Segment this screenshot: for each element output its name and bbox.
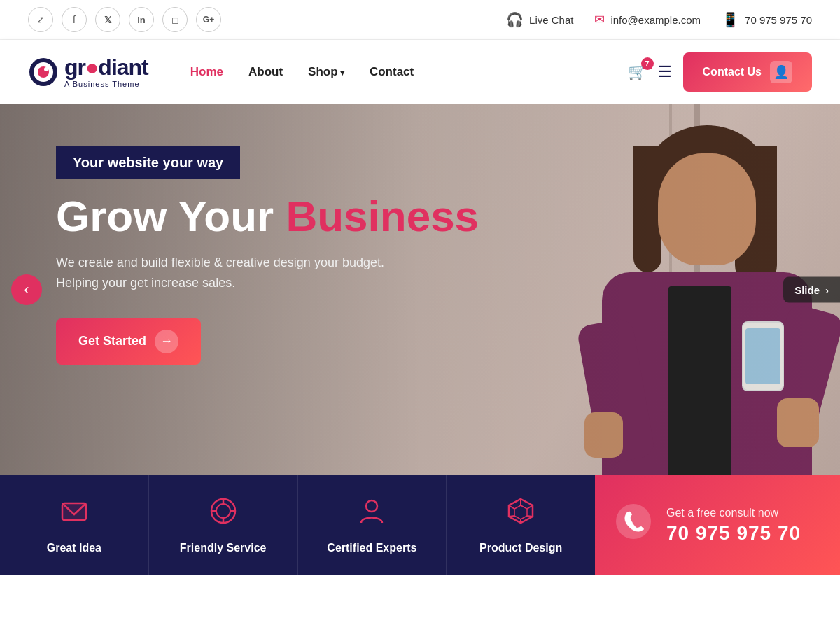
hero-content: Your website your way Grow Your Business… — [0, 104, 840, 475]
logo-tagline: A Business Theme — [64, 80, 148, 88]
get-started-button[interactable]: Get Started → — [56, 318, 201, 365]
hero-headline-red: Business — [286, 192, 479, 240]
hero-headline: Grow Your Business — [56, 193, 784, 239]
nav-actions: 🛒 7 ☰ Contact Us 👤 — [628, 52, 812, 92]
get-started-label: Get Started — [78, 334, 146, 349]
certified-experts-label: Certified Experts — [327, 542, 416, 554]
cart-icon[interactable]: 🛒 7 — [628, 63, 647, 81]
hero-tag: Your website your way — [56, 146, 240, 179]
phone-number: 70 975 975 70 — [745, 14, 812, 26]
hamburger-icon[interactable]: ☰ — [658, 63, 672, 81]
great-idea-icon — [59, 496, 89, 532]
svg-point-3 — [44, 67, 48, 71]
nav-home[interactable]: Home — [190, 65, 223, 79]
email-icon: ✉ — [594, 12, 605, 27]
svg-line-17 — [527, 516, 533, 517]
svg-point-21 — [616, 504, 651, 539]
email-item[interactable]: ✉ info@example.com — [594, 12, 701, 27]
slide-arrow-icon: › — [825, 284, 829, 296]
top-bar-right: 🎧 Live Chat ✉ info@example.com 📱 70 975 … — [506, 11, 812, 28]
consult-cta[interactable]: Get a free consult now 70 975 975 70 — [595, 475, 840, 575]
hero-section: Your website your way Grow Your Business… — [0, 104, 840, 475]
social-icons: ⤢ f 𝕏 in ◻ G+ — [28, 7, 221, 32]
arrow-right-icon: → — [155, 330, 178, 354]
livechat-item[interactable]: 🎧 Live Chat — [506, 11, 573, 28]
top-bar: ⤢ f 𝕏 in ◻ G+ 🎧 Live Chat ✉ info@example… — [0, 0, 840, 40]
features-left: Great Idea Friendly Service — [0, 475, 595, 575]
email-address: info@example.com — [610, 14, 701, 26]
svg-marker-14 — [514, 505, 527, 519]
contact-us-button[interactable]: Contact Us 👤 — [683, 52, 812, 92]
facebook-icon[interactable]: f — [62, 7, 87, 32]
contact-btn-avatar-icon: 👤 — [770, 61, 792, 83]
logo[interactable]: gr●diant A Business Theme — [28, 56, 148, 88]
phone-call-icon — [615, 503, 652, 548]
svg-line-19 — [509, 516, 514, 517]
svg-point-12 — [366, 500, 377, 512]
linkedin-icon[interactable]: in — [129, 7, 154, 32]
feature-product-design[interactable]: Product Design — [447, 475, 595, 575]
feature-friendly-service[interactable]: Friendly Service — [149, 475, 298, 575]
logo-text-block: gr●diant A Business Theme — [64, 56, 148, 88]
navbar: gr●diant A Business Theme Home About Sho… — [0, 40, 840, 104]
great-idea-label: Great Idea — [47, 542, 102, 554]
friendly-service-icon — [209, 496, 238, 532]
livechat-label: Live Chat — [529, 14, 573, 26]
consult-text: Get a free consult now 70 975 975 70 — [666, 507, 801, 545]
hero-headline-white: Grow Your — [56, 192, 274, 240]
product-design-label: Product Design — [479, 542, 562, 554]
contact-btn-label: Contact Us — [703, 66, 762, 78]
logo-brand-name: gr●diant — [64, 56, 148, 78]
phone-item[interactable]: 📱 70 975 975 70 — [722, 11, 812, 28]
instagram-icon[interactable]: ◻ — [162, 7, 188, 32]
svg-point-7 — [216, 504, 230, 518]
consult-label: Get a free consult now — [666, 507, 801, 519]
whatsapp-icon: 📱 — [722, 11, 739, 28]
slide-text: Slide — [794, 284, 820, 296]
friendly-service-label: Friendly Service — [180, 542, 267, 554]
google-plus-icon[interactable]: G+ — [196, 7, 221, 32]
features-bar: Great Idea Friendly Service — [0, 475, 840, 575]
nav-about[interactable]: About — [248, 65, 283, 79]
logo-icon — [28, 57, 59, 88]
feature-certified-experts[interactable]: Certified Experts — [298, 475, 447, 575]
nav-shop[interactable]: Shop — [308, 65, 344, 79]
certified-experts-icon — [357, 496, 386, 532]
twitter-icon[interactable]: 𝕏 — [95, 7, 120, 32]
product-design-icon — [506, 496, 536, 532]
nav-contact[interactable]: Contact — [370, 65, 414, 79]
cart-badge: 7 — [641, 57, 654, 70]
nav-links: Home About Shop Contact — [190, 65, 628, 79]
hero-description: We create and build flexible & creative … — [56, 253, 420, 293]
hero-prev-arrow[interactable]: ‹ — [11, 274, 42, 305]
feature-great-idea[interactable]: Great Idea — [0, 475, 149, 575]
hero-slide-label[interactable]: Slide › — [783, 277, 840, 303]
share-icon[interactable]: ⤢ — [28, 7, 53, 32]
consult-number: 70 975 975 70 — [666, 522, 801, 545]
livechat-icon: 🎧 — [506, 11, 524, 28]
